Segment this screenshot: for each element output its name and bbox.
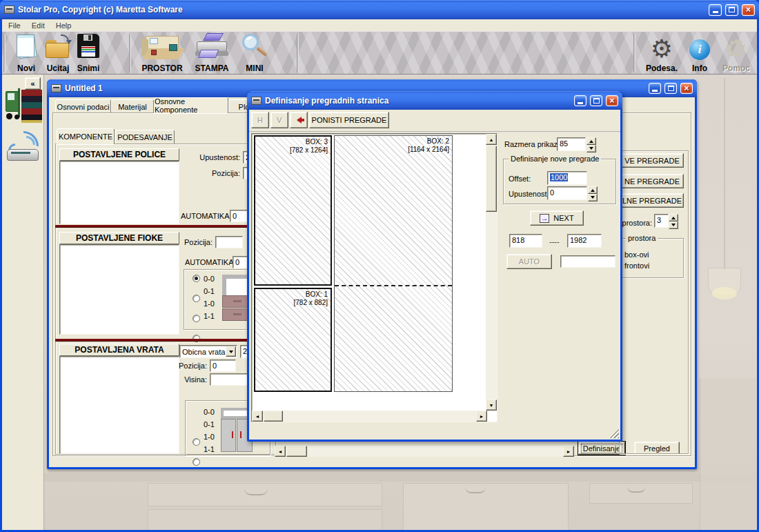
scroll-left-button[interactable]: ◄ — [275, 446, 286, 457]
toolbar-info-button[interactable]: i Info — [685, 33, 714, 73]
box-3[interactable]: BOX: 3 [782 x 1264] — [254, 135, 332, 286]
fioke-pozicija-field[interactable] — [215, 236, 243, 248]
field-value: 0 — [550, 188, 554, 197]
fioke-radio-1-0[interactable] — [193, 315, 200, 322]
tab-osnovni-podaci[interactable]: Osnovni podaci — [55, 99, 111, 113]
scrollbar-thumb[interactable] — [286, 446, 307, 457]
canvas-vertical-scrollbar[interactable]: ▲ ▼ — [486, 134, 497, 411]
police-header[interactable]: POSTAVLJENE POLICE — [59, 148, 179, 161]
app-minimize-button[interactable] — [709, 4, 722, 16]
spinner-up-button[interactable] — [588, 186, 598, 194]
scroll-right-button[interactable]: ► — [476, 411, 487, 422]
police-listbox[interactable] — [59, 161, 179, 224]
app-titlebar[interactable]: Stolar Pro, Copyright (c) Maretta Softwa… — [0, 0, 759, 19]
dropdown-arrow-button[interactable] — [226, 346, 236, 357]
app-close-button[interactable]: × — [742, 4, 755, 16]
vrata-radio-0-0[interactable] — [193, 438, 200, 446]
prostora-item-boxovi[interactable]: box-ovi — [624, 250, 649, 259]
offset-field[interactable]: 1000 — [547, 171, 587, 185]
dialog-titlebar[interactable]: Definisanje pregradnih stranica × — [247, 91, 622, 110]
pregrade-button-2[interactable]: NE PREGRADE — [620, 174, 684, 188]
box-1[interactable]: BOX: 1 [782 x 882] — [254, 288, 332, 392]
toolbar-prostor-button[interactable]: PROSTOR — [137, 33, 187, 73]
toolbar-ucitaj-button[interactable]: Ucitaj — [42, 33, 74, 73]
subtab-podesavanje[interactable]: PODESAVANJE — [115, 130, 175, 144]
definisanje-button[interactable]: Definisanje — [578, 442, 625, 455]
menu-file[interactable]: File — [8, 21, 21, 30]
tab-osnovne-komponente[interactable]: Osnovne Komponente — [154, 97, 228, 113]
box-name: BOX: 3 — [290, 138, 328, 146]
spinner-down-button[interactable] — [669, 221, 678, 229]
fioke-listbox[interactable] — [59, 244, 179, 335]
ponisti-pregrade-button[interactable]: PONISTI PREGRADE — [309, 112, 389, 128]
pregrade-button-1[interactable]: VE PREGRADE — [620, 153, 684, 168]
canvas-horizontal-scrollbar[interactable]: ◄ ► — [252, 411, 487, 422]
prostora-spinner[interactable] — [669, 214, 678, 228]
range-from-field[interactable]: 818 — [509, 234, 542, 248]
subtab-komponente[interactable]: KOMPONENTE — [57, 128, 115, 144]
menu-help[interactable]: Help — [56, 21, 72, 30]
kitchen-drawer — [148, 483, 382, 506]
fioke-radio-1-1-label: 1-1 — [204, 312, 215, 320]
partition-canvas[interactable]: BOX: 3 [782 x 1264] BOX: 2 [1164 x 2164]… — [251, 133, 497, 422]
main-window-close-button[interactable]: × — [680, 83, 693, 94]
vrata-listbox[interactable] — [59, 356, 179, 454]
toolbar-separator — [129, 34, 131, 72]
razmera-field[interactable]: 85 — [557, 137, 586, 151]
razmera-spinner[interactable] — [586, 137, 596, 151]
scroll-right-button[interactable]: ► — [563, 446, 574, 457]
scroll-up-button[interactable]: ▲ — [486, 134, 497, 145]
spinner-up-button[interactable] — [669, 214, 678, 221]
main-window-maximize-button[interactable] — [664, 83, 677, 94]
vrata-radio-0-1[interactable] — [193, 458, 200, 466]
scrollbar-thumb[interactable] — [264, 411, 283, 422]
chandelier-cord — [724, 78, 725, 271]
forklift-icon[interactable] — [4, 84, 43, 127]
vrata-header[interactable]: POSTAVLJENA VRATA — [59, 344, 179, 356]
dialog-maximize-button[interactable] — [590, 95, 602, 106]
vrata-type-dropdown[interactable]: Obicna vrata — [179, 345, 237, 358]
toolbar-info-label: Info — [692, 63, 707, 73]
app-maximize-button[interactable] — [725, 4, 738, 16]
arrow-down-icon — [591, 196, 595, 201]
fioke-radio-0-1[interactable] — [193, 295, 200, 302]
next-button[interactable]: → NEXT — [530, 210, 584, 226]
tab-materijal[interactable]: Materijal — [111, 99, 154, 113]
next-arrow-icon: → — [540, 214, 549, 223]
fioke-radio-0-0[interactable] — [193, 275, 200, 282]
dialog-resize-grip[interactable] — [609, 428, 619, 438]
spinner-down-button[interactable] — [588, 194, 598, 201]
drawer-handle — [465, 487, 486, 493]
prostora-field[interactable]: 3 — [654, 214, 669, 228]
main-window-minimize-button[interactable] — [649, 83, 661, 94]
toolbar-podesa-label: Podesa. — [646, 63, 678, 73]
menu-edit[interactable]: Edit — [32, 21, 45, 30]
main-horizontal-scrollbar[interactable]: ◄ ► — [275, 446, 574, 457]
scroll-left-button[interactable]: ◄ — [252, 411, 263, 422]
dialog-upustenost-field[interactable]: 0 — [547, 186, 587, 200]
undo-partition-button[interactable] — [290, 112, 308, 128]
range-to-field[interactable]: 1982 — [567, 234, 602, 248]
vrata-pozicija-field[interactable]: 0 — [210, 359, 236, 372]
pregrade-button-3[interactable]: LNE PREGRADE — [620, 193, 684, 208]
toolbar-snimi-button[interactable]: Snimi — [72, 33, 104, 73]
scrollbar-thumb[interactable] — [486, 146, 497, 212]
toolbar-podesa-button[interactable]: ⚙ Podesa. — [642, 33, 681, 73]
toolbar-stampa-button[interactable]: STAMPA — [190, 33, 234, 73]
dialog-close-button[interactable]: × — [606, 95, 618, 106]
auto-field[interactable] — [560, 255, 615, 268]
fioke-header[interactable]: POSTAVLJENE FIOKE — [59, 232, 179, 244]
dialog-minimize-button[interactable] — [574, 95, 586, 106]
spinner-down-button[interactable] — [586, 145, 596, 152]
toolbar-novi-button[interactable]: Novi — [10, 33, 42, 73]
scroll-down-button[interactable]: ▼ — [486, 400, 497, 411]
box-2[interactable]: BOX: 2 [1164 x 2164] — [334, 135, 453, 392]
fioke-radio-0-0-label: 0-0 — [204, 275, 215, 283]
toolbar-mini-button[interactable]: MINI — [237, 33, 273, 73]
scanner-icon[interactable] — [6, 131, 40, 164]
box-size: [782 x 882] — [294, 299, 328, 307]
box-size: [782 x 1264] — [290, 146, 328, 155]
spinner-up-button[interactable] — [586, 137, 596, 145]
prostora-item-frontovi[interactable]: frontovi — [624, 262, 649, 270]
upustenost-spinner[interactable] — [588, 186, 598, 200]
